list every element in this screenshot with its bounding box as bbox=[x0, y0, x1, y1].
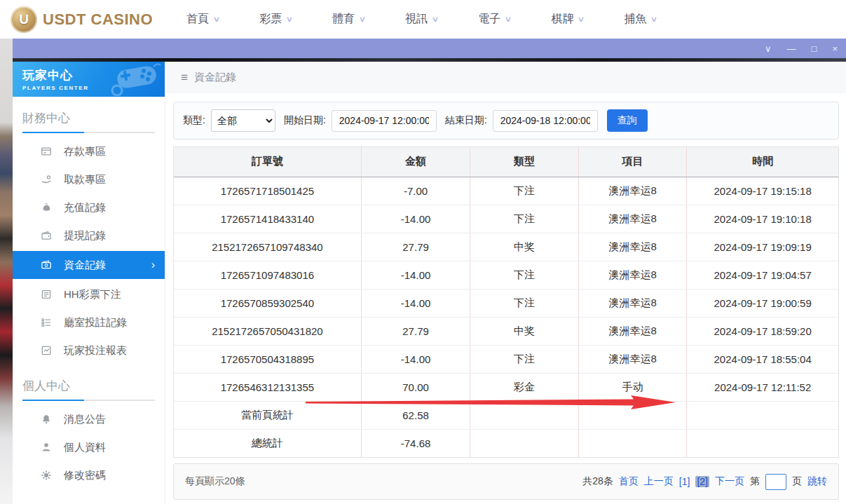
nav-item-label: 體育 bbox=[332, 12, 355, 27]
window-titlebar: ∨—□× bbox=[13, 39, 846, 58]
sidebar-item-messages[interactable]: 消息公告 bbox=[22, 405, 155, 433]
background-photo bbox=[0, 39, 13, 504]
sidebar-section-agent: 代理中心 bbox=[13, 498, 165, 504]
sidebar-item-deposit-zone[interactable]: 存款專區 bbox=[22, 137, 155, 165]
top-nav: 首頁∨彩票∨體育∨視訊∨電子∨棋牌∨捕魚∨ bbox=[186, 12, 657, 27]
section-title: 代理中心 bbox=[22, 498, 155, 504]
screen: U USDT CASINO 首頁∨彩票∨體育∨視訊∨電子∨棋牌∨捕魚∨ ∨—□×… bbox=[0, 0, 846, 504]
column-header: 金額 bbox=[361, 147, 470, 177]
page-number-input[interactable] bbox=[765, 474, 786, 490]
chevron-down-icon: ∨ bbox=[286, 15, 294, 24]
sidebar-item-funds-records[interactable]: 資金記錄› bbox=[13, 251, 165, 279]
type-label: 類型: bbox=[183, 114, 205, 127]
sidebar: 玩家中心 PLAYERS CENTER 財務中心存款專區取款專區充值記錄提現記錄… bbox=[13, 62, 165, 504]
end-date-input[interactable] bbox=[493, 110, 598, 132]
nav-item-lottery[interactable]: 彩票∨ bbox=[259, 12, 292, 27]
nav-item-fishing[interactable]: 捕魚∨ bbox=[624, 12, 657, 27]
table-cell: 2024-09-17 19:10:18 bbox=[687, 205, 838, 233]
nav-item-chess[interactable]: 棋牌∨ bbox=[551, 12, 584, 27]
page-number-links: [1][2] bbox=[679, 476, 709, 487]
table-cell: 彩金 bbox=[470, 373, 579, 401]
chevron-down-icon: ∨ bbox=[359, 15, 367, 24]
chevron-down-icon: ∨ bbox=[650, 15, 658, 24]
sidebar-item-player-bet-report[interactable]: 玩家投注報表 bbox=[22, 336, 155, 365]
table-cell: 62.58 bbox=[361, 401, 470, 429]
minimize-icon[interactable]: — bbox=[787, 44, 796, 53]
site-logo[interactable]: U USDT CASINO bbox=[11, 6, 153, 33]
start-date-input[interactable] bbox=[332, 110, 437, 132]
table-cell: -14.00 bbox=[361, 345, 470, 373]
sidebar-item-hh-lottery-bets[interactable]: HH彩票下注 bbox=[22, 280, 155, 308]
nav-item-electronic[interactable]: 電子∨ bbox=[478, 12, 511, 27]
sidebar-item-withdraw-zone[interactable]: 取款專區 bbox=[22, 165, 155, 193]
section-title: 財務中心 bbox=[22, 106, 155, 132]
breadcrumb: ≡ 資金記錄 bbox=[165, 62, 846, 93]
nav-item-home[interactable]: 首頁∨ bbox=[186, 12, 219, 27]
prev-page-link[interactable]: 上一页 bbox=[644, 475, 674, 488]
bell-icon bbox=[41, 414, 52, 425]
close-icon[interactable]: × bbox=[832, 44, 838, 53]
page-link-2[interactable]: [2] bbox=[695, 476, 709, 487]
sidebar-item-label: 取款專區 bbox=[64, 173, 106, 186]
type-select[interactable]: 全部 bbox=[211, 109, 275, 132]
table-cell: 2024-09-17 19:04:57 bbox=[687, 261, 838, 289]
sidebar-header: 玩家中心 PLAYERS CENTER bbox=[13, 62, 165, 97]
column-header: 時間 bbox=[687, 147, 838, 177]
chevron-down-icon: ∨ bbox=[213, 15, 221, 24]
table-cell: -14.00 bbox=[361, 205, 470, 233]
total-count-text: 共28条 bbox=[582, 475, 613, 488]
table-row: 172654631213135570.00彩金手动2024-09-17 12:1… bbox=[174, 373, 838, 401]
table-cell: 1726571097483016 bbox=[174, 261, 361, 289]
table-cell: 2152172657050431820 bbox=[174, 317, 361, 345]
sidebar-item-room-bet-records[interactable]: 廳室投註記錄 bbox=[22, 308, 155, 336]
sidebar-item-label: 修改密碼 bbox=[64, 469, 106, 482]
page-link-1[interactable]: [1] bbox=[679, 476, 690, 487]
sidebar-item-change-password[interactable]: 修改密碼 bbox=[22, 461, 155, 489]
site-header: U USDT CASINO 首頁∨彩票∨體育∨視訊∨電子∨棋牌∨捕魚∨ bbox=[0, 0, 846, 39]
column-header: 訂單號 bbox=[174, 147, 361, 177]
gear-icon bbox=[41, 470, 52, 481]
nav-item-label: 電子 bbox=[478, 12, 500, 27]
start-date-label: 開始日期: bbox=[284, 114, 326, 127]
table-cell: 澳洲幸运8 bbox=[578, 233, 687, 261]
table-cell: 1726571418433140 bbox=[174, 205, 361, 233]
table-row: 1726570859302540-14.00下注澳洲幸运82024-09-17 … bbox=[174, 289, 838, 317]
report-icon bbox=[41, 345, 52, 356]
menu-icon[interactable]: ≡ bbox=[181, 71, 188, 85]
table-cell: 澳洲幸运8 bbox=[578, 205, 687, 233]
chevron-down-icon[interactable]: ∨ bbox=[765, 44, 772, 53]
document-icon bbox=[41, 289, 52, 300]
table-cell bbox=[578, 401, 687, 429]
nav-item-video[interactable]: 視訊∨ bbox=[405, 12, 438, 27]
table-row: 215217265705043182027.79中奖澳洲幸运82024-09-1… bbox=[174, 317, 838, 345]
sidebar-item-recharge-records[interactable]: 充值記錄 bbox=[22, 193, 155, 222]
table-cell: -14.00 bbox=[361, 261, 470, 289]
nav-item-label: 彩票 bbox=[259, 12, 282, 27]
sidebar-section-personal: 個人中心消息公告個人資料修改密碼 bbox=[13, 374, 165, 489]
table-row: 1726571097483016-14.00下注澳洲幸运82024-09-17 … bbox=[174, 261, 838, 289]
summary-row: 總統計-74.68 bbox=[174, 429, 838, 457]
table-cell: 2024-09-17 18:59:20 bbox=[687, 317, 838, 345]
jump-button[interactable]: 跳转 bbox=[807, 475, 827, 488]
jump-prefix: 第 bbox=[750, 475, 760, 488]
table-cell: 1726570859302540 bbox=[174, 289, 361, 317]
table-cell: 27.79 bbox=[361, 233, 470, 261]
deposit-card-icon bbox=[41, 146, 52, 157]
sidebar-item-withdrawal-records[interactable]: 提現記錄 bbox=[22, 222, 155, 250]
first-page-link[interactable]: 首页 bbox=[619, 475, 639, 488]
table-cell: -74.68 bbox=[361, 429, 470, 457]
chevron-down-icon: ∨ bbox=[578, 15, 585, 24]
table-cell: 2024-09-17 19:15:18 bbox=[687, 177, 838, 205]
player-center-window: ∨—□× 玩家中心 PLAYERS CENTER bbox=[13, 39, 846, 504]
search-button[interactable]: 查詢 bbox=[607, 109, 648, 132]
window-controls: ∨—□× bbox=[765, 39, 838, 58]
next-page-link[interactable]: 下一页 bbox=[715, 475, 744, 488]
maximize-icon[interactable]: □ bbox=[812, 44, 817, 53]
nav-item-sports[interactable]: 體育∨ bbox=[332, 12, 365, 27]
sidebar-section-finance: 財務中心存款專區取款專區充值記錄提現記錄資金記錄›HH彩票下注廳室投註記錄玩家投… bbox=[13, 106, 165, 365]
sidebar-item-profile[interactable]: 個人資料 bbox=[22, 433, 155, 461]
nav-item-label: 視訊 bbox=[405, 12, 428, 27]
table-row: 215217265710974834027.79中奖澳洲幸运82024-09-1… bbox=[174, 233, 838, 261]
table-cell: 2024-09-17 19:00:59 bbox=[687, 289, 838, 317]
withdraw-hand-icon bbox=[41, 174, 52, 185]
